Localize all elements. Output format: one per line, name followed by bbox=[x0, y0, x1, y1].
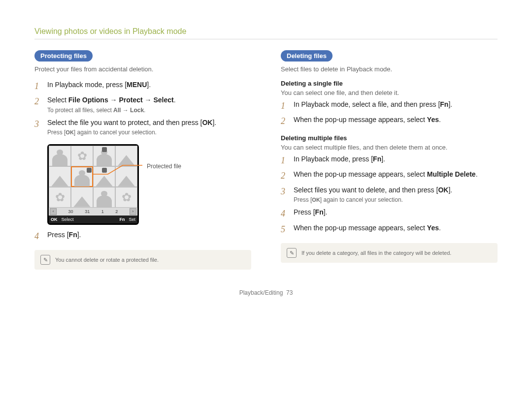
note-icon: ✎ bbox=[287, 248, 297, 258]
manual-page: Viewing photos or videos in Playback mod… bbox=[0, 0, 532, 311]
menu-key: MENU bbox=[127, 81, 147, 89]
step-text: ]. bbox=[448, 186, 452, 194]
left-column: Protecting files Protect your files from… bbox=[34, 50, 251, 270]
step-text: Press [ bbox=[47, 231, 69, 239]
substep-text: Press [ bbox=[47, 129, 66, 136]
single-step-1: 1 In Playback mode, select a file, and t… bbox=[281, 99, 498, 112]
step-text: ]. bbox=[212, 119, 216, 126]
protect-step-1: 1 In Playback mode, press [MENU]. bbox=[34, 80, 251, 92]
step-text: In Playback mode, press [ bbox=[294, 155, 373, 163]
thumb-mount bbox=[49, 166, 71, 187]
step-number: 5 bbox=[281, 223, 289, 235]
note-text: You cannot delete or rotate a protected … bbox=[55, 257, 159, 263]
step-text: Select the file you want to protect, and… bbox=[47, 119, 202, 126]
next-arrow-icon: › bbox=[130, 208, 136, 215]
page-footer: Playback/Editing 73 bbox=[34, 289, 498, 296]
section-pill-deleting: Deleting files bbox=[281, 50, 332, 62]
ok-key: OK bbox=[438, 186, 448, 194]
step-text: ]. bbox=[324, 208, 328, 216]
single-desc: You can select one file, and then delete… bbox=[281, 89, 498, 96]
lock-icon bbox=[102, 147, 107, 152]
step-text: Select files you want to delete, and the… bbox=[294, 186, 438, 194]
substep-text: Press [ bbox=[294, 196, 312, 203]
page-title: Viewing photos or videos in Playback mod… bbox=[34, 27, 498, 39]
confirm-yes: Yes bbox=[427, 224, 439, 232]
protect-intro: Protect your files from accidental delet… bbox=[34, 65, 251, 73]
section-pill-protecting: Protecting files bbox=[34, 50, 93, 62]
fn-key: Fn bbox=[373, 155, 381, 163]
delete-intro: Select files to delete in Playback mode. bbox=[281, 65, 498, 73]
protect-step-2: 2 Select File Options → Protect → Select… bbox=[34, 95, 251, 115]
thumb-mount bbox=[71, 187, 93, 208]
ok-key: OK bbox=[312, 197, 320, 203]
step-number: 2 bbox=[34, 95, 42, 115]
fn-action: Set bbox=[129, 217, 135, 222]
date-val: 1 bbox=[101, 209, 104, 214]
thumb-selected bbox=[71, 166, 93, 187]
step-number: 1 bbox=[281, 99, 289, 112]
protect-step-3: 3 Select the file you want to protect, a… bbox=[34, 118, 251, 137]
step-number: 3 bbox=[281, 185, 289, 205]
thumb-person bbox=[93, 146, 115, 166]
thumb-person bbox=[49, 146, 71, 166]
step-number: 3 bbox=[34, 118, 42, 137]
step-number: 4 bbox=[281, 207, 289, 219]
ok-key: OK bbox=[66, 129, 74, 135]
callout-line bbox=[93, 168, 142, 178]
thumb-flower: ✿ bbox=[115, 187, 137, 208]
thumb-flower: ✿ bbox=[49, 187, 71, 208]
ok-action: Select bbox=[62, 217, 74, 222]
step-number: 2 bbox=[281, 169, 289, 182]
step-number: 4 bbox=[34, 230, 42, 242]
prev-arrow-icon: ‹ bbox=[50, 208, 57, 215]
thumb-mount bbox=[115, 146, 137, 166]
note-box-protect: ✎ You cannot delete or rotate a protecte… bbox=[34, 250, 251, 270]
note-box-delete: ✎ If you delete a category, all files in… bbox=[281, 243, 498, 263]
thumb-person bbox=[93, 187, 115, 208]
footer-section: Playback/Editing bbox=[239, 289, 283, 296]
step-text: ]. bbox=[147, 81, 151, 89]
camera-ui-mock: ✿ ✿ ✿ ‹ 30 3 bbox=[47, 144, 139, 225]
date-val: 30 bbox=[68, 209, 73, 214]
lock-icon bbox=[87, 168, 92, 173]
footer-page: 73 bbox=[286, 289, 293, 296]
subhead-single: Deleting a single file bbox=[281, 80, 498, 87]
substep-text: ] again to cancel your selection. bbox=[320, 196, 403, 203]
date-val: 2 bbox=[115, 209, 118, 214]
step-text: . bbox=[476, 170, 478, 178]
thumb-flower: ✿ bbox=[71, 146, 93, 166]
single-step-2: 2 When the pop-up message appears, selec… bbox=[281, 115, 498, 127]
step-text: ]. bbox=[77, 231, 81, 239]
step-number: 1 bbox=[281, 154, 289, 166]
step-text: . bbox=[174, 96, 176, 104]
confirm-yes: Yes bbox=[427, 116, 439, 123]
step-text: When the pop-up message appears, select bbox=[294, 170, 427, 178]
step-text: . bbox=[439, 116, 441, 123]
step-text: . bbox=[439, 224, 441, 232]
multiple-desc: You can select multiple files, and then … bbox=[281, 144, 498, 151]
fn-key: Fn bbox=[315, 208, 324, 216]
fn-key-label: Fn bbox=[119, 217, 125, 222]
ok-key-label: OK bbox=[51, 217, 58, 222]
multi-step-1: 1 In Playback mode, press [Fn]. bbox=[281, 154, 498, 166]
step-text: ]. bbox=[448, 100, 452, 108]
subhead-multiple: Deleting multiple files bbox=[281, 134, 498, 142]
protect-step-4: 4 Press [Fn]. bbox=[34, 230, 251, 242]
note-text: If you delete a category, all files in t… bbox=[301, 250, 451, 256]
control-bar: OK Select Fn Set bbox=[49, 216, 137, 223]
step-text: When the pop-up message appears, select bbox=[294, 116, 427, 123]
step-text: In Playback mode, press [ bbox=[47, 81, 127, 89]
ok-key: OK bbox=[202, 119, 212, 126]
menu-path: All → Lock bbox=[113, 107, 144, 114]
menu-path: File Options → Protect → Select bbox=[68, 96, 174, 104]
multi-step-4: 4 Press [Fn]. bbox=[281, 207, 498, 219]
multi-step-2: 2 When the pop-up message appears, selec… bbox=[281, 169, 498, 182]
camera-figure: ✿ ✿ ✿ ‹ 30 3 bbox=[47, 144, 251, 225]
two-column-layout: Protecting files Protect your files from… bbox=[34, 50, 498, 270]
step-text: When the pop-up message appears, select bbox=[294, 224, 427, 232]
right-column: Deleting files Select files to delete in… bbox=[281, 50, 498, 270]
multi-step-3: 3 Select files you want to delete, and t… bbox=[281, 185, 498, 205]
multi-step-5: 5 When the pop-up message appears, selec… bbox=[281, 223, 498, 235]
note-icon: ✎ bbox=[40, 255, 50, 265]
step-number: 1 bbox=[34, 80, 42, 92]
